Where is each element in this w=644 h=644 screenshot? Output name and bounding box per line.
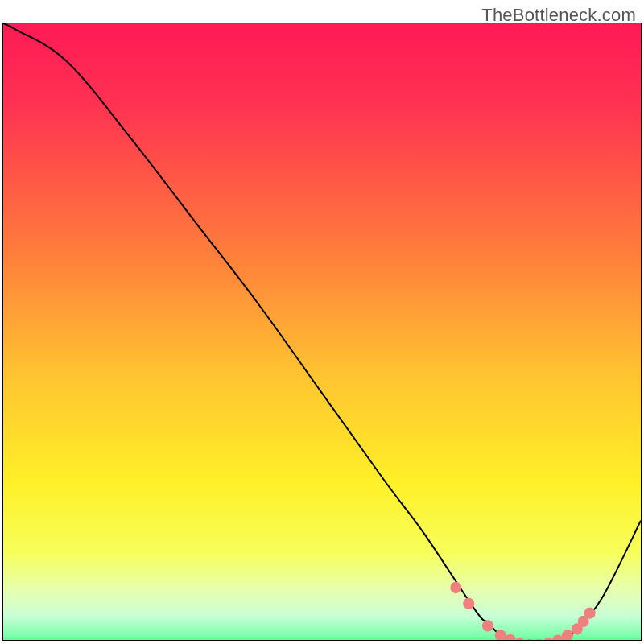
highlight-markers xyxy=(450,582,595,641)
chart-container: TheBottleneck.com xyxy=(0,0,644,644)
marker-point xyxy=(543,638,554,641)
marker-point xyxy=(505,634,516,641)
marker-point xyxy=(495,630,506,641)
marker-point xyxy=(533,639,544,641)
marker-point xyxy=(463,598,474,609)
marker-point xyxy=(514,638,526,641)
marker-point xyxy=(450,582,461,593)
plot-area xyxy=(2,23,642,641)
marker-point xyxy=(482,620,493,631)
main-curve xyxy=(3,23,641,641)
marker-point xyxy=(562,630,573,641)
watermark-label: TheBottleneck.com xyxy=(481,5,636,26)
marker-point xyxy=(552,634,564,641)
chart-overlay xyxy=(3,23,641,641)
marker-point xyxy=(584,607,596,618)
marker-point xyxy=(523,639,535,641)
